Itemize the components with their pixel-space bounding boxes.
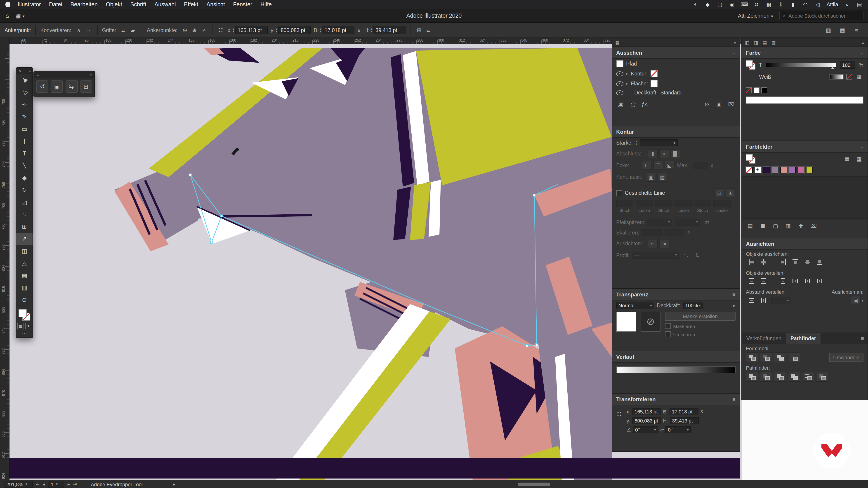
none-color-icon[interactable] (846, 74, 852, 79)
shape-options-icon[interactable]: ▱ (424, 26, 433, 34)
constrain-proportions-icon[interactable]: ∞ (700, 410, 705, 414)
dash-field[interactable] (616, 200, 633, 207)
time-machine-icon[interactable]: ↺ (753, 1, 760, 8)
eyedropper-tool[interactable]: ↗ (16, 233, 33, 245)
fill-swatch[interactable] (19, 309, 27, 317)
spacing-value-dropdown[interactable]: ▾ (771, 297, 791, 304)
tint-slider[interactable] (766, 63, 836, 67)
dash-field[interactable] (636, 200, 653, 207)
none-swatch[interactable] (746, 87, 752, 93)
swatch-purple[interactable] (772, 167, 778, 173)
opacity-dropdown[interactable]: 100%▾ (683, 302, 703, 309)
visibility-icon[interactable] (616, 90, 623, 95)
panel-menu-icon[interactable]: ≡ (733, 291, 736, 297)
edit-toolbar-icon[interactable]: ⋯ (16, 331, 33, 335)
paintbrush-tool[interactable]: ʃ (16, 135, 33, 147)
flip-across-icon[interactable]: ⇋ (682, 251, 690, 259)
stroke-color-swatch[interactable] (650, 70, 657, 77)
visibility-icon[interactable] (616, 81, 623, 86)
delete-swatch-icon[interactable]: ⌧ (809, 221, 818, 230)
swatch-options-icon[interactable]: ▥ (784, 221, 793, 230)
hide-handles-icon[interactable]: ▰ (129, 26, 137, 34)
perspective-grid-tool[interactable]: △ (16, 257, 33, 269)
menu-item[interactable]: Fenster (233, 1, 252, 8)
curvature-tool[interactable]: ✎ (16, 111, 33, 123)
menu-item[interactable]: Bearbeiten (70, 1, 98, 8)
keyboard-icon[interactable]: ⌨ (741, 1, 747, 8)
exclude-icon[interactable] (788, 352, 800, 362)
panel-menu-icon[interactable]: ≡ (733, 50, 736, 56)
control-center-icon[interactable]: ▤ (856, 1, 863, 8)
controlbar-menu-icon[interactable]: ≡ (852, 26, 861, 34)
free-transform-icon[interactable]: ⊞ (80, 80, 92, 92)
sync-icon[interactable]: ◆ (705, 1, 711, 8)
minus-back-icon[interactable] (816, 372, 828, 382)
fill-link[interactable]: Fläche: (631, 81, 648, 86)
distribute-left-icon[interactable] (790, 276, 800, 286)
registration-swatch[interactable] (754, 167, 761, 173)
unite-icon[interactable] (746, 352, 758, 362)
divide-icon[interactable] (746, 372, 758, 382)
align-horizontal-center-icon[interactable] (758, 258, 769, 267)
menu-item[interactable]: Objekt (106, 1, 122, 8)
distribute-top-icon[interactable] (746, 276, 756, 286)
apple-menu-icon[interactable] (5, 2, 10, 7)
panel-header[interactable]: Farbe ≡ (742, 47, 868, 59)
panel-menu-icon[interactable]: ≡ (861, 335, 868, 341)
workspace-switcher[interactable]: Atti Zeichnen ▾ (738, 12, 773, 19)
fill-stroke-widget[interactable] (746, 60, 755, 70)
weight-field[interactable]: ▾ (640, 139, 677, 147)
selection-tool[interactable]: ▶ (16, 74, 33, 86)
object-thumbnail[interactable] (616, 312, 636, 332)
panel-menu-icon[interactable]: ≡ (733, 354, 736, 360)
collapsed-panel-icon-1[interactable]: ◧ (745, 40, 749, 45)
menu-item[interactable]: Effekt (184, 1, 198, 8)
arrange-documents-icon[interactable]: ▥ (824, 26, 833, 34)
dash-field[interactable] (713, 200, 731, 207)
width-stepper[interactable]: ▴▾ (320, 27, 321, 33)
display-icon[interactable]: ▢ (717, 1, 723, 8)
panel-header[interactable]: Ausrichten ≡ (742, 238, 868, 250)
panel-header[interactable]: Transparenz ≡ (612, 289, 740, 300)
align-to-artboard-icon[interactable]: ▣ (851, 296, 861, 305)
close-icon[interactable]: ✕ (18, 69, 22, 73)
stock-search-box[interactable]: ⌕ (779, 11, 864, 20)
document-grid-icon[interactable]: ▦ (838, 26, 847, 34)
panel-menu-icon[interactable]: ≡ (860, 50, 864, 56)
convert-to-corner-icon[interactable]: ∧ (74, 26, 83, 34)
battery-icon[interactable]: ▮ (790, 1, 796, 8)
vertical-ruler[interactable]: 7087207327447567687807928048168288408528… (0, 44, 9, 480)
constrain-proportions-icon[interactable]: ∞ (357, 28, 362, 32)
panel-header[interactable]: Kontur ≡ (612, 126, 740, 138)
invert-mask-checkbox[interactable] (665, 331, 671, 337)
align-bottom-icon[interactable] (814, 258, 825, 267)
rotate-dropdown[interactable]: 0°▾ (633, 426, 658, 433)
next-artboard-icon[interactable]: ▸ (68, 482, 70, 487)
visibility-icon[interactable] (616, 71, 623, 76)
stroke-link[interactable]: Kontur: (631, 71, 648, 76)
black-swatch[interactable] (761, 87, 767, 93)
preserve-dash-icon[interactable]: ⊟ (714, 188, 724, 197)
expand-toolbar-icon[interactable]: » (29, 69, 31, 73)
align-to-chevron-icon[interactable]: ▾ (862, 298, 864, 302)
type-tool[interactable]: T (16, 147, 33, 160)
status-expand-icon[interactable]: ▸ (173, 482, 175, 487)
x-field[interactable]: 165,113 pt (235, 26, 268, 34)
rectangle-tool[interactable]: ▭ (16, 123, 33, 135)
minus-front-icon[interactable] (760, 352, 772, 362)
panel-menu-icon[interactable]: ≡ (733, 129, 736, 135)
collapsed-panel-icon-2[interactable]: ◨ (754, 40, 758, 45)
dashed-line-checkbox[interactable] (616, 190, 622, 196)
cut-path-icon[interactable]: ⌿ (199, 26, 208, 34)
widget-menu-icon[interactable]: ≡ (89, 72, 92, 77)
panel-header[interactable]: Aussehen ≡ (612, 47, 740, 59)
blend-mode-dropdown[interactable]: Normal▾ (616, 302, 654, 309)
flip-along-icon[interactable]: ⇅ (693, 251, 702, 259)
swatch-list-area[interactable] (742, 176, 868, 219)
draw-normal-icon[interactable]: ▦ (17, 323, 24, 329)
rotate-ccw-icon[interactable]: ↺ (36, 80, 49, 92)
distribute-right-icon[interactable] (814, 276, 825, 286)
menu-item[interactable]: Hilfe (260, 1, 272, 8)
arrow-end-align-icon[interactable]: ⇥ (659, 239, 669, 248)
swatch-libraries-icon[interactable]: ▤ (746, 221, 754, 230)
